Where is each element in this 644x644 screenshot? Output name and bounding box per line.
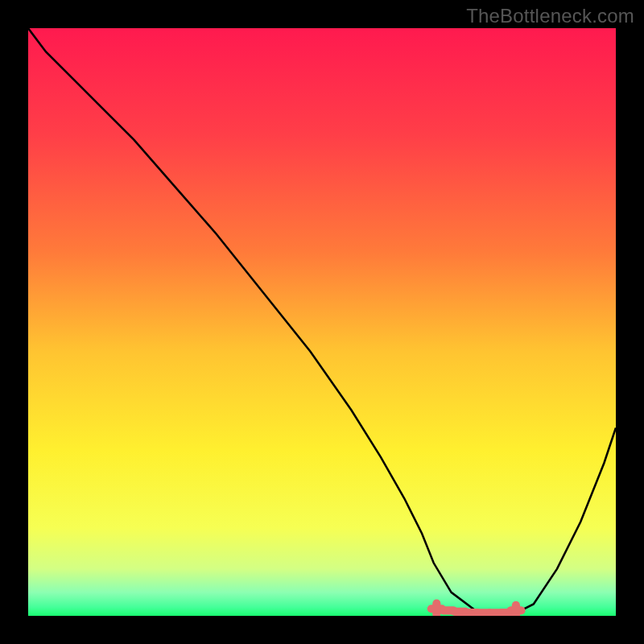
- bottleneck-chart: [28, 28, 616, 616]
- watermark-text: TheBottleneck.com: [466, 5, 634, 27]
- gradient-background: [28, 28, 616, 616]
- chart-frame: TheBottleneck.com: [0, 0, 644, 644]
